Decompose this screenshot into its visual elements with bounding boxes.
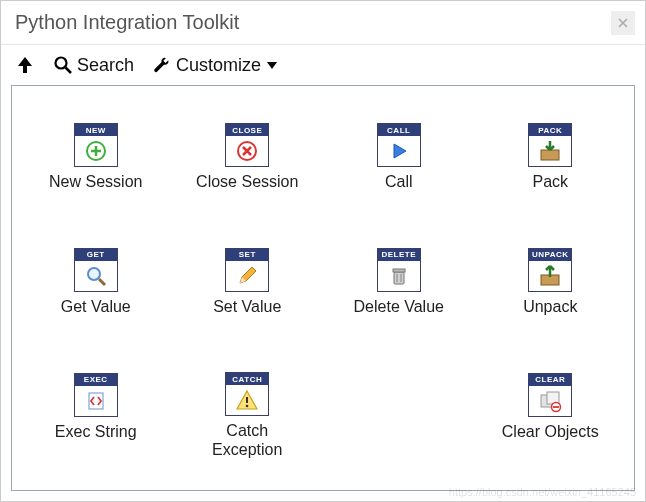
wrench-icon: [152, 55, 172, 75]
up-button[interactable]: [15, 55, 35, 75]
icon-tag: CATCH: [226, 373, 268, 385]
palette-item-get-value[interactable]: GETGet Value: [20, 248, 172, 334]
svg-rect-4: [541, 150, 559, 160]
trash-icon: [378, 261, 420, 291]
palette-grid: NEWNew SessionCLOSEClose SessionCALLCall…: [11, 85, 635, 491]
palette-item-label: Unpack: [523, 298, 577, 334]
icon-tag: CLOSE: [226, 124, 268, 136]
palette-item-clear-objects[interactable]: CLEARClear Objects: [475, 373, 627, 459]
close-window-button[interactable]: [611, 11, 635, 35]
palette-item-call[interactable]: CALLCall: [323, 123, 475, 209]
play-triangle-icon: [378, 136, 420, 166]
icon-tile: PACK: [528, 123, 572, 167]
palette-item-label: Get Value: [61, 298, 131, 334]
icon-tile: SET: [225, 248, 269, 292]
svg-point-14: [246, 405, 249, 408]
window-title: Python Integration Toolkit: [15, 11, 239, 34]
customize-label: Customize: [176, 55, 261, 76]
svg-rect-8: [393, 269, 405, 272]
close-circle-icon: [226, 136, 268, 166]
palette-item-pack[interactable]: PACKPack: [475, 123, 627, 209]
palette-item-label: Call: [385, 173, 413, 209]
icon-tile: DELETE: [377, 248, 421, 292]
palette-item-delete-value[interactable]: DELETEDelete Value: [323, 248, 475, 334]
palette-item-label: Catch Exception: [212, 422, 282, 459]
svg-point-5: [88, 268, 100, 280]
icon-tile: GET: [74, 248, 118, 292]
box-out-icon: [529, 261, 571, 291]
warning-icon: [226, 385, 268, 415]
icon-tag: EXEC: [75, 374, 117, 386]
palette-item-close-session[interactable]: CLOSEClose Session: [172, 123, 324, 209]
box-in-icon: [529, 136, 571, 166]
icon-tag: GET: [75, 249, 117, 261]
icon-tile: NEW: [74, 123, 118, 167]
svg-line-1: [66, 68, 72, 74]
palette-item-label: Close Session: [196, 173, 298, 209]
palette-item-unpack[interactable]: UNPACKUnpack: [475, 248, 627, 334]
icon-tag: DELETE: [378, 249, 420, 261]
script-icon: [75, 386, 117, 416]
up-arrow-icon: [15, 55, 35, 75]
block-clear-icon: [529, 386, 571, 416]
icon-tag: PACK: [529, 124, 571, 136]
svg-point-0: [56, 58, 67, 69]
plus-circle-icon: [75, 136, 117, 166]
window: Python Integration Toolkit Search Custom…: [0, 0, 646, 502]
palette-item-label: Pack: [532, 173, 568, 209]
search-icon: [53, 55, 73, 75]
close-icon: [618, 18, 628, 28]
icon-tile: CLEAR: [528, 373, 572, 417]
icon-tag: CALL: [378, 124, 420, 136]
magnifier-icon: [75, 261, 117, 291]
palette-item-new-session[interactable]: NEWNew Session: [20, 123, 172, 209]
icon-tile: CLOSE: [225, 123, 269, 167]
svg-rect-7: [394, 272, 404, 284]
chevron-down-icon: [267, 62, 277, 69]
palette-item-label: New Session: [49, 173, 142, 209]
pencil-icon: [226, 261, 268, 291]
icon-tile: UNPACK: [528, 248, 572, 292]
palette-item-label: Delete Value: [354, 298, 444, 334]
icon-tile: CATCH: [225, 372, 269, 416]
customize-button[interactable]: Customize: [152, 55, 277, 76]
palette-item-label: Set Value: [213, 298, 281, 334]
icon-tag: CLEAR: [529, 374, 571, 386]
icon-tag: SET: [226, 249, 268, 261]
palette-item-catch-exception[interactable]: CATCHCatch Exception: [172, 372, 324, 459]
palette-item-label: Clear Objects: [502, 423, 599, 459]
palette-item-exec-string[interactable]: EXECExec String: [20, 373, 172, 459]
palette-item-label: Exec String: [55, 423, 137, 459]
palette-item-set-value[interactable]: SETSet Value: [172, 248, 324, 334]
icon-tile: CALL: [377, 123, 421, 167]
search-label: Search: [77, 55, 134, 76]
icon-tag: NEW: [75, 124, 117, 136]
titlebar: Python Integration Toolkit: [1, 1, 645, 45]
toolbar: Search Customize: [1, 45, 645, 85]
icon-tag: UNPACK: [529, 249, 571, 261]
svg-line-6: [99, 279, 105, 285]
search-button[interactable]: Search: [53, 55, 134, 76]
icon-tile: EXEC: [74, 373, 118, 417]
